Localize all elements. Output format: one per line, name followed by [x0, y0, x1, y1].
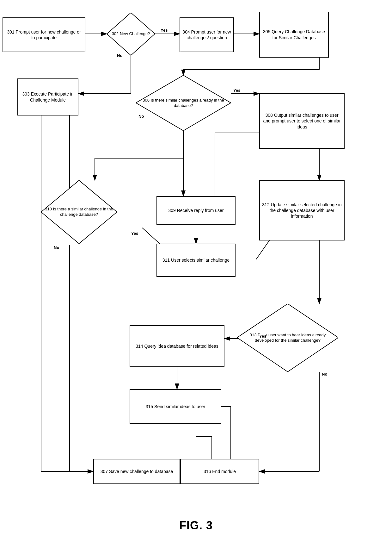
node-305: 305 Query Challenge Database for Similar…: [259, 12, 329, 58]
node-306: 306 Is there similar challenges already …: [136, 75, 231, 131]
node-308: 308 Output similar challenges to user an…: [259, 93, 345, 149]
node-312: 312 Update similar selected challenge in…: [259, 180, 345, 240]
label-no-302: No: [117, 53, 122, 58]
label-yes-302: Yes: [161, 28, 168, 33]
node-301: 301 Prompt user for new challenge or to …: [3, 17, 85, 52]
label-no-313: No: [322, 372, 327, 377]
node-303: 303 Execute Participate in Challenge Mod…: [17, 78, 78, 115]
node-315: 315 Send similar ideas to user: [130, 389, 221, 424]
label-no-310: No: [54, 245, 59, 250]
node-316: 316 End module: [180, 459, 259, 484]
node-313: 313 Does user want to hear ideas already…: [237, 304, 338, 372]
figure-label: FIG. 3: [0, 513, 392, 532]
node-304: 304 Prompt user for new challenges/ ques…: [180, 17, 234, 52]
node-311: 311 User selects similar challenge: [156, 244, 236, 277]
label-yes-313: Yes: [259, 334, 266, 339]
flowchart-diagram: 301 Prompt user for new challenge or to …: [0, 0, 392, 513]
node-302: 302 New Challenge?: [107, 13, 155, 55]
label-yes-310: Yes: [131, 231, 138, 236]
node-309: 309 Receive reply from user: [156, 196, 236, 225]
node-307: 307 Save new challenge to database: [93, 459, 180, 484]
node-314: 314 Query idea database for related idea…: [130, 325, 224, 367]
label-yes-306: Yes: [233, 88, 240, 93]
label-no-306: No: [138, 114, 144, 119]
node-310: 310 Is there a similar challenge in the …: [41, 180, 117, 244]
